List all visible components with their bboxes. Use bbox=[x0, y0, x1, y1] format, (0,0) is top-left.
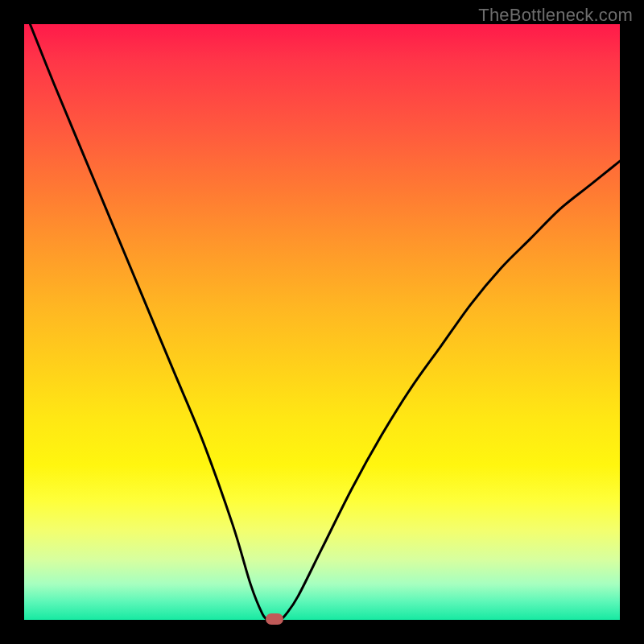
bottleneck-curve bbox=[24, 24, 620, 620]
watermark-text: TheBottleneck.com bbox=[478, 5, 633, 26]
chart-stage: TheBottleneck.com bbox=[0, 0, 644, 644]
minimum-marker bbox=[266, 613, 283, 625]
plot-area bbox=[24, 24, 620, 620]
